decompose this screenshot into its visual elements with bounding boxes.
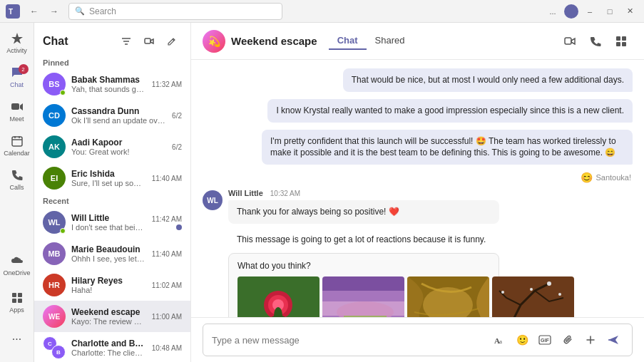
status-online — [60, 90, 66, 95]
chat-meta-hilary: 11:02 AM — [152, 281, 182, 289]
sidebar-item-activity[interactable]: Activity — [0, 26, 34, 60]
chat-meta-marie: 11:40 AM — [152, 250, 182, 258]
chat-list-actions — [116, 31, 182, 51]
will-msg-time: 10:32 AM — [270, 190, 300, 197]
format-icon: A a — [494, 334, 505, 346]
chat-list-panel: Chat — [34, 23, 191, 362]
chat-item-cassandra[interactable]: CD Cassandra Dunn Ok I'll send an update… — [34, 100, 190, 131]
image-thumb-3 — [407, 276, 489, 317]
svg-rect-16 — [616, 36, 620, 41]
sidebar-item-meet[interactable]: Meet — [0, 94, 34, 128]
send-button[interactable] — [603, 330, 623, 350]
svg-rect-14 — [145, 38, 150, 43]
attach-button[interactable] — [558, 330, 578, 350]
nav-buttons: ← → — [26, 3, 63, 20]
svg-text:GIF: GIF — [541, 338, 549, 343]
chat-item-babak[interactable]: BS Babak Shammas Yah, that sounds great … — [34, 68, 190, 100]
chat-item-hilary[interactable]: HR Hilary Reyes Haha! 11:02 AM — [34, 269, 190, 301]
format-button[interactable]: A a — [489, 330, 509, 350]
search-icon: 🔍 — [75, 6, 85, 16]
chat-preview-will: I don't see that being an issue, can tak… — [71, 223, 146, 232]
image-thumb-1 — [237, 276, 320, 317]
chat-name-marie: Marie Beaudouin — [71, 244, 146, 254]
compose-button[interactable] — [162, 31, 182, 51]
chat-item-aadi[interactable]: AK Aadi Kapoor You: Great work! 6/2 — [34, 131, 190, 162]
chat-info-eric: Eric Ishida Sure, I'll set up something … — [71, 169, 146, 187]
avatar-eric: EI — [43, 167, 66, 190]
svg-text:a: a — [499, 338, 502, 345]
bubble-out-3: I'm pretty confident that this launch wi… — [262, 130, 633, 165]
user-avatar[interactable] — [564, 4, 578, 19]
chat-preview-babak: Yah, that sounds great — [71, 85, 146, 93]
chat-time-will: 11:42 AM — [152, 215, 182, 223]
chat-item-weekend[interactable]: WE Weekend escape Kayo: The review went … — [34, 301, 190, 332]
chat-name-hilary: Hilary Reyes — [71, 276, 146, 286]
chat-time-eric: 11:40 AM — [152, 175, 182, 182]
maximize-button[interactable]: □ — [601, 3, 618, 20]
search-bar[interactable]: 🔍 Search — [68, 3, 282, 20]
message-input-area: A a 🙂 GIF — [191, 317, 644, 362]
search-placeholder: Search — [89, 6, 116, 16]
message-input-box[interactable]: A a 🙂 GIF — [203, 324, 633, 356]
chat-label: Chat — [10, 81, 24, 88]
sidebar-item-calls[interactable]: Calls — [0, 162, 34, 197]
santouka-avatar: 😊 — [581, 172, 593, 183]
audio-button[interactable] — [584, 30, 607, 53]
teams-logo: T — [6, 4, 20, 19]
forward-button[interactable]: → — [46, 3, 63, 20]
bubble-out-2: I know Krystal really wanted to make a g… — [267, 99, 633, 123]
sidebar-item-apps[interactable]: Apps — [0, 285, 34, 319]
svg-point-36 — [530, 288, 533, 291]
close-button[interactable]: ✕ — [621, 3, 638, 20]
chat-preview-hilary: Haha! — [71, 286, 146, 294]
chat-area: 💫 Weekend escape Chat Shared — [191, 23, 644, 362]
onedrive-label: OneDrive — [3, 269, 30, 276]
input-actions: A a 🙂 GIF — [489, 330, 623, 350]
more-icon: ··· — [10, 332, 24, 346]
chat-meta-will: 11:42 AM — [152, 215, 182, 230]
image-card-title: What do you think? — [237, 261, 490, 271]
tab-chat[interactable]: Chat — [329, 32, 367, 50]
sidebar-item-more[interactable]: ··· — [0, 322, 34, 356]
sidebar-item-chat[interactable]: 2 Chat — [0, 60, 34, 94]
video-button[interactable] — [558, 30, 581, 53]
tab-shared[interactable]: Shared — [367, 32, 414, 50]
message-out-3: I'm pretty confident that this launch wi… — [203, 130, 633, 165]
video-call-button[interactable] — [139, 31, 159, 51]
chat-item-eric[interactable]: EI Eric Ishida Sure, I'll set up somethi… — [34, 162, 190, 194]
filter-button[interactable] — [116, 31, 136, 51]
chat-meta-eric: 11:40 AM — [152, 175, 182, 182]
more-input-button[interactable] — [581, 330, 600, 350]
unread-badge-will — [176, 224, 182, 230]
chat-meta-cassandra: 6/2 — [172, 112, 182, 120]
chat-item-marie[interactable]: MB Marie Beaudouin Ohhh I see, yes let m… — [34, 238, 190, 269]
emoji-button[interactable]: 🙂 — [512, 330, 532, 350]
minimize-button[interactable]: – — [581, 3, 598, 20]
calendar-icon — [10, 134, 24, 148]
chat-item-will[interactable]: WL Will Little I don't see that being an… — [34, 207, 190, 238]
bubble-will-2: This message is going to get a lot of re… — [228, 228, 499, 252]
svg-text:T: T — [9, 8, 13, 16]
svg-rect-2 — [11, 103, 19, 110]
compose-icon — [167, 36, 177, 46]
more-chat-options-button[interactable] — [610, 30, 633, 53]
message-input-field[interactable] — [212, 335, 484, 346]
chat-preview-weekend: Kayo: The review went really well! Can't… — [71, 317, 146, 326]
svg-rect-8 — [18, 293, 22, 297]
gif-button[interactable]: GIF — [535, 330, 555, 350]
chat-time-babak: 11:32 AM — [152, 81, 182, 88]
chat-header-actions — [558, 30, 633, 53]
chat-item-charlotte[interactable]: C B Charlotte and Babak Charlotte: The c… — [34, 332, 190, 362]
chat-badge: 2 — [19, 64, 29, 74]
back-button[interactable]: ← — [26, 3, 43, 20]
chat-info-babak: Babak Shammas Yah, that sounds great — [71, 75, 146, 93]
image-card: What do you think? — [228, 253, 499, 317]
chat-time-cassandra: 6/2 — [172, 112, 182, 120]
chat-preview-eric: Sure, I'll set up something for next wee… — [71, 179, 146, 187]
avatar-weekend: WE — [43, 305, 66, 328]
apps-label: Apps — [9, 306, 24, 314]
more-options-button[interactable]: ... — [544, 3, 561, 20]
chat-name-cassandra: Cassandra Dunn — [71, 106, 166, 116]
sidebar-item-onedrive[interactable]: OneDrive — [0, 248, 34, 282]
sidebar-item-calendar[interactable]: Calendar — [0, 128, 34, 162]
